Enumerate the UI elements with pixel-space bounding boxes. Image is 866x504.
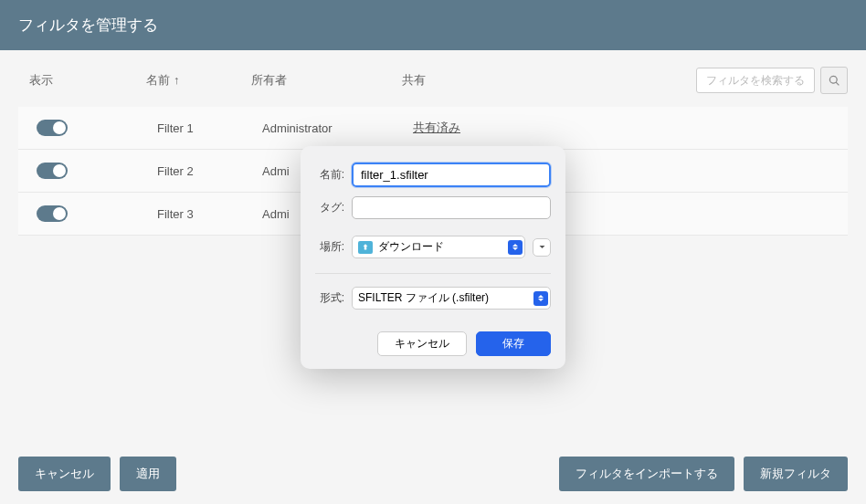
modal-label-tags: タグ:: [315, 200, 344, 215]
modal-label-location: 場所:: [315, 239, 344, 255]
filename-input[interactable]: [352, 163, 551, 187]
modal-label-name: 名前:: [315, 167, 344, 183]
modal-save-button[interactable]: 保存: [476, 331, 551, 356]
location-select[interactable]: ダウンロード: [352, 236, 525, 258]
expand-button[interactable]: [533, 238, 551, 257]
format-select[interactable]: SFILTER ファイル (.sfilter): [352, 287, 551, 310]
modal-label-format: 形式:: [315, 290, 344, 306]
chevron-down-icon: [538, 243, 546, 251]
tags-input[interactable]: [352, 196, 551, 219]
folder-icon: [358, 241, 373, 254]
save-dialog-backdrop: 名前: タグ: 場所: ダウンロード 形式: SFILTER ファイル: [0, 0, 866, 504]
location-value: ダウンロード: [378, 239, 444, 255]
modal-cancel-button[interactable]: キャンセル: [377, 331, 467, 356]
divider: [315, 273, 551, 274]
format-value: SFILTER ファイル (.sfilter): [358, 290, 489, 306]
chevron-updown-icon: [508, 240, 523, 255]
save-dialog: 名前: タグ: 場所: ダウンロード 形式: SFILTER ファイル: [301, 146, 565, 369]
chevron-updown-icon: [533, 291, 548, 306]
